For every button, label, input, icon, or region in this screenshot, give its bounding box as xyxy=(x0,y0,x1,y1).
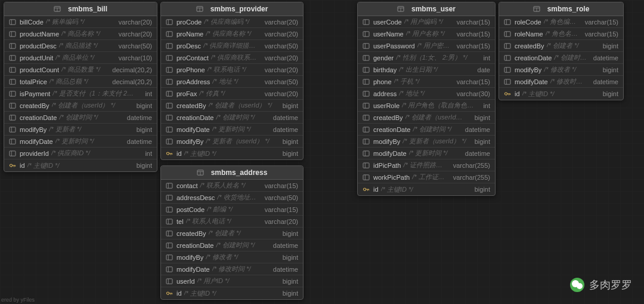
db-table-smbms_bill[interactable]: smbms_billbillCode/* 账单编码 */varchar(20)p… xyxy=(4,2,157,172)
db-table-smbms_role[interactable]: smbms_roleroleCode/* 角色编码 */varchar(15)r… xyxy=(499,2,624,100)
column-address[interactable]: address/* 地址 */varchar(30) xyxy=(358,88,495,100)
column-type: bigint xyxy=(277,138,298,145)
column-modifyBy[interactable]: modifyBy/* 更新者（userId） */bigint xyxy=(161,136,303,148)
column-proFax[interactable]: proFax/* 传真 */varchar(20) xyxy=(161,88,303,100)
column-roleName[interactable]: roleName/* 角色名称 */varchar(15) xyxy=(499,28,623,40)
column-name: creationDate xyxy=(20,114,57,121)
column-name: roleCode xyxy=(515,19,541,26)
table-icon xyxy=(54,6,61,12)
table-title: smbms_address xyxy=(211,168,268,177)
column-type: bigint xyxy=(469,186,490,193)
column-id[interactable]: id/* 主键ID */bigint xyxy=(499,88,623,100)
column-modifyDate[interactable]: modifyDate/* 更新时间 */datetime xyxy=(161,124,303,136)
column-comment: /* 更新时间 */ xyxy=(212,125,267,134)
column-createdBy[interactable]: createdBy/* 创建者（userId） */bigint xyxy=(358,112,495,124)
column-userName[interactable]: userName/* 用户名称 */varchar(15) xyxy=(358,28,495,40)
column-phone[interactable]: phone/* 手机 */varchar(15) xyxy=(358,76,495,88)
column-providerId[interactable]: providerId/* 供应商ID */int xyxy=(4,148,157,159)
column-id[interactable]: id/* 主键ID */bigint xyxy=(161,148,303,159)
column-creationDate[interactable]: creationDate/* 创建时间 */datetime xyxy=(4,112,157,124)
column-type: varchar(15) xyxy=(451,78,490,85)
column-icon xyxy=(363,43,370,49)
db-table-smbms_provider[interactable]: smbms_providerproCode/* 供应商编码 */varchar(… xyxy=(160,2,304,160)
column-comment: /* 主键ID */ xyxy=(381,185,469,194)
column-productDesc[interactable]: productDesc/* 商品描述 */varchar(50) xyxy=(4,40,157,52)
column-userPassword[interactable]: userPassword/* 用户密码 */varchar(15) xyxy=(358,40,495,52)
column-icon xyxy=(9,127,16,133)
column-name: productDesc xyxy=(20,42,57,50)
column-postCode[interactable]: postCode/* 邮编 */varchar(15) xyxy=(161,204,303,216)
column-type: varchar(10) xyxy=(113,54,152,62)
column-type: datetime xyxy=(459,126,490,133)
column-type: datetime xyxy=(587,54,618,62)
column-icon xyxy=(363,19,370,25)
svg-rect-34 xyxy=(166,19,172,24)
db-table-smbms_address[interactable]: smbms_addresscontact/* 联系人姓名 */varchar(1… xyxy=(160,165,304,300)
column-productCount[interactable]: productCount/* 商品数量 */decimal(20,2) xyxy=(4,64,157,76)
column-userCode[interactable]: userCode/* 用户编码 */varchar(15) xyxy=(358,16,495,28)
column-userRole[interactable]: userRole/* 用户角色（取自角色表-角色id） */int xyxy=(358,100,495,112)
svg-rect-90 xyxy=(363,31,369,36)
column-idPicPath[interactable]: idPicPath/* 证件照路径 */varchar(255) xyxy=(358,159,495,171)
column-birthday[interactable]: birthday/* 出生日期 */date xyxy=(358,64,495,76)
column-type: int xyxy=(139,90,152,97)
column-comment: /* 手机 */ xyxy=(394,77,451,86)
column-productUnit[interactable]: productUnit/* 商品单位 */varchar(10) xyxy=(4,52,157,64)
column-modifyDate[interactable]: modifyDate/* 修改时间 */datetime xyxy=(161,263,303,275)
column-type: datetime xyxy=(267,126,298,133)
column-totalPrice[interactable]: totalPrice/* 商品总额 */decimal(20,2) xyxy=(4,76,157,88)
column-roleCode[interactable]: roleCode/* 角色编码 */varchar(15) xyxy=(499,16,623,28)
column-isPayment[interactable]: isPayment/* 是否支付（1：未支付 2：已支付） */int xyxy=(4,88,157,100)
column-id[interactable]: id/* 主键ID */bigint xyxy=(161,287,303,299)
column-creationDate[interactable]: creationDate/* 创建时间 */datetime xyxy=(161,239,303,251)
column-name: modifyBy xyxy=(177,254,203,261)
column-proCode[interactable]: proCode/* 供应商编码 */varchar(20) xyxy=(161,16,303,28)
column-proDesc[interactable]: proDesc/* 供应商详细描述 */varchar(50) xyxy=(161,40,303,52)
table-icon xyxy=(397,6,404,12)
column-icon xyxy=(363,67,370,73)
column-modifyBy[interactable]: modifyBy/* 修改者 */bigint xyxy=(499,64,623,76)
column-billCode[interactable]: billCode/* 账单编码 */varchar(20) xyxy=(4,16,157,28)
column-creationDate[interactable]: creationDate/* 创建时间 */datetime xyxy=(499,52,623,64)
column-createdBy[interactable]: createdBy/* 创建者 */bigint xyxy=(499,40,623,52)
db-table-smbms_user[interactable]: smbms_useruserCode/* 用户编码 */varchar(15)u… xyxy=(357,2,496,196)
column-addressDesc[interactable]: addressDesc/* 收货地址明细 */varchar(50) xyxy=(161,192,303,204)
table-title: smbms_role xyxy=(547,5,590,13)
column-workPicPath[interactable]: workPicPath/* 工作证照片路径 */varchar(255) xyxy=(358,171,495,183)
column-icon xyxy=(166,31,173,37)
column-comment: /* 创建时间 */ xyxy=(59,113,120,122)
column-productName[interactable]: productName/* 商品名称 */varchar(20) xyxy=(4,28,157,40)
column-proPhone[interactable]: proPhone/* 联系电话 */varchar(20) xyxy=(161,64,303,76)
column-proContact[interactable]: proContact/* 供应商联系人 */varchar(20) xyxy=(161,52,303,64)
column-id[interactable]: id/* 主键ID */bigint xyxy=(4,159,157,171)
column-comment: /* 主键ID */ xyxy=(184,289,277,298)
column-name: modifyBy xyxy=(177,138,203,145)
column-proName[interactable]: proName/* 供应商名称 */varchar(20) xyxy=(161,28,303,40)
column-modifyBy[interactable]: modifyBy/* 修改者 */bigint xyxy=(161,251,303,263)
column-contact[interactable]: contact/* 联系人姓名 */varchar(15) xyxy=(161,180,303,192)
column-modifyBy[interactable]: modifyBy/* 更新者（userId） */bigint xyxy=(358,136,495,148)
svg-rect-54 xyxy=(166,139,172,143)
column-tel[interactable]: tel/* 联系人电话 */varchar(20) xyxy=(161,216,303,228)
svg-rect-48 xyxy=(166,103,172,108)
column-modifyBy[interactable]: modifyBy/* 更新者 */bigint xyxy=(4,124,157,136)
column-icon xyxy=(166,103,173,109)
column-icon xyxy=(166,115,173,121)
column-gender[interactable]: gender/* 性别（1:女、 2:男） */int xyxy=(358,52,495,64)
svg-point-140 xyxy=(577,283,583,289)
column-modifyDate[interactable]: modifyDate/* 更新时间 */datetime xyxy=(358,148,495,159)
column-modifyDate[interactable]: modifyDate/* 修改时间 */datetime xyxy=(499,76,623,88)
column-id[interactable]: id/* 主键ID */bigint xyxy=(358,183,495,195)
column-createdBy[interactable]: createdBy/* 创建者（userId） */bigint xyxy=(4,100,157,112)
column-comment: /* 供应商名称 */ xyxy=(206,29,259,38)
column-creationDate[interactable]: creationDate/* 创建时间 */datetime xyxy=(358,124,495,136)
column-icon xyxy=(504,43,511,49)
column-createdBy[interactable]: createdBy/* 创建者 */bigint xyxy=(161,228,303,239)
column-createdBy[interactable]: createdBy/* 创建者（userId） */bigint xyxy=(161,100,303,112)
column-proAddress[interactable]: proAddress/* 地址 */varchar(50) xyxy=(161,76,303,88)
column-modifyDate[interactable]: modifyDate/* 更新时间 */datetime xyxy=(4,136,157,148)
column-name: userCode xyxy=(373,19,402,26)
column-userId[interactable]: userId/* 用户ID */bigint xyxy=(161,275,303,287)
column-creationDate[interactable]: creationDate/* 创建时间 */datetime xyxy=(161,112,303,124)
column-icon xyxy=(166,254,173,260)
